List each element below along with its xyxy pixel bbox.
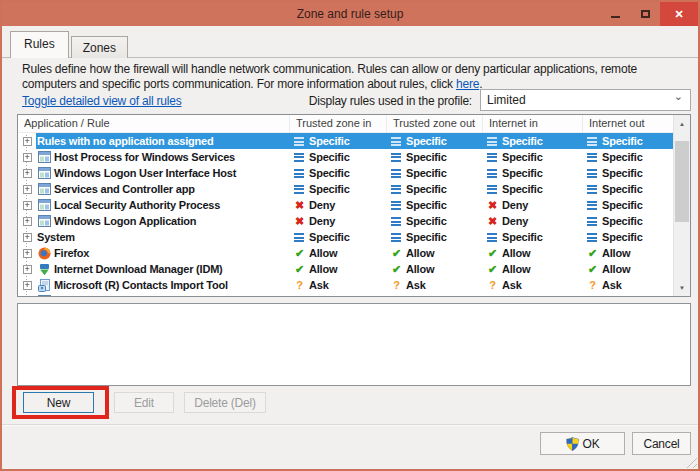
rule-cell: Specific [483, 231, 583, 243]
expand-icon[interactable]: + [18, 153, 36, 162]
table-row[interactable]: +Firefox✔Allow✔Allow✔Allow✔Allow [18, 245, 673, 261]
specific-status-icon [391, 201, 401, 210]
expand-icon[interactable]: + [18, 169, 36, 178]
rule-cell: Specific [583, 231, 673, 243]
close-button[interactable]: ✕ [660, 2, 698, 26]
scroll-down-icon[interactable]: ▼ [674, 279, 690, 296]
here-link[interactable]: here [456, 77, 479, 91]
expand-icon[interactable]: + [18, 201, 36, 210]
window-controls: ✕ [600, 2, 698, 26]
toggle-detailed-view-link[interactable]: Toggle detailed view of all rules [22, 94, 182, 108]
new-button[interactable]: New [23, 392, 94, 413]
tab-rules-label: Rules [24, 37, 55, 51]
ask-status-icon: ? [391, 296, 402, 297]
column-header-trusted-zone-out[interactable]: Trusted zone out [387, 115, 483, 132]
rule-cell: ?Ask [583, 279, 673, 291]
allow-status-icon: ✔ [294, 248, 305, 259]
expand-icon[interactable]: + [18, 217, 36, 226]
rule-cell: Specific [387, 151, 483, 163]
footer-divider [2, 424, 698, 426]
column-header-application-rule[interactable]: Application / Rule [18, 115, 290, 132]
scrollbar-thumb[interactable] [675, 141, 689, 222]
resize-grip[interactable] [684, 455, 697, 468]
specific-status-icon [487, 233, 497, 242]
specific-status-icon [391, 137, 401, 146]
rule-cell: Specific [583, 135, 673, 147]
rule-cell: ?Ask [483, 295, 583, 296]
expand-icon[interactable]: + [18, 281, 36, 290]
table-row[interactable]: +Services and Controller appSpecificSpec… [18, 181, 673, 197]
profile-label: Display rules used in the profile: [277, 94, 472, 108]
specific-status-icon [587, 201, 597, 210]
tab-zones[interactable]: Zones [71, 36, 128, 58]
rule-cell: ?Ask [483, 279, 583, 291]
maximize-button[interactable] [630, 2, 660, 26]
column-header-internet-in[interactable]: Internet in [483, 115, 583, 132]
specific-status-icon [587, 185, 597, 194]
expand-icon[interactable]: + [18, 233, 36, 242]
expand-icon[interactable]: + [18, 137, 36, 146]
rule-cell: Specific [387, 199, 483, 211]
table-header: Application / Rule Trusted zone in Trust… [18, 115, 690, 133]
application-name: Internet Download Manager (IDM) [36, 263, 290, 276]
deny-status-icon: ✖ [294, 216, 305, 227]
application-name: Windows Logon User Interface Host [36, 167, 290, 180]
allow-status-icon: ✔ [587, 248, 598, 259]
chevron-down-icon: ⌄ [674, 90, 683, 103]
profile-dropdown[interactable]: Limited ⌄ [480, 89, 691, 111]
rule-cell: ?Ask [387, 279, 483, 291]
specific-status-icon [487, 169, 497, 178]
rule-cell: Specific [290, 167, 387, 179]
app-icon [37, 183, 51, 196]
expand-icon[interactable]: + [18, 265, 36, 274]
table-row[interactable]: +?Ask?Ask?Ask?Ask [18, 293, 673, 296]
rule-cell: ?Ask [290, 279, 387, 291]
ask-status-icon: ? [391, 280, 402, 291]
table-row[interactable]: +Internet Download Manager (IDM)✔Allow✔A… [18, 261, 673, 277]
rule-cell: ✖Deny [483, 199, 583, 211]
window-title: Zone and rule setup [2, 2, 698, 26]
table-row[interactable]: +Local Security Authority Process✖DenySp… [18, 197, 673, 213]
rule-cell: Specific [483, 151, 583, 163]
ask-status-icon: ? [487, 296, 498, 297]
specific-status-icon [587, 169, 597, 178]
minimize-icon [611, 16, 620, 18]
rule-cell: ✔Allow [290, 247, 387, 259]
ask-status-icon: ? [587, 296, 598, 297]
table-row[interactable]: +Host Process for Windows ServicesSpecif… [18, 149, 673, 165]
allow-status-icon: ✔ [487, 264, 498, 275]
table-row[interactable]: +Windows Logon Application✖DenySpecific✖… [18, 213, 673, 229]
application-name: Services and Controller app [36, 183, 290, 196]
ask-status-icon: ? [587, 280, 598, 291]
vertical-scrollbar[interactable]: ▲ ▼ [673, 115, 690, 296]
ok-button[interactable]: OK [540, 432, 625, 455]
description-text: Rules define how the firewall will handl… [22, 62, 688, 92]
rule-cell: Specific [387, 135, 483, 147]
rule-cell: Specific [483, 135, 583, 147]
tabstrip: Rules Zones [10, 31, 130, 58]
expand-icon[interactable]: + [18, 185, 36, 194]
table-row[interactable]: +Rules with no application assignedSpeci… [18, 133, 673, 149]
scroll-up-icon[interactable]: ▲ [674, 115, 690, 132]
table-row[interactable]: +Microsoft (R) Contacts Import Tool?Ask?… [18, 277, 673, 293]
rule-cell: Specific [290, 151, 387, 163]
titlebar[interactable]: Zone and rule setup ✕ [2, 2, 698, 26]
rule-cell: Specific [583, 183, 673, 195]
rule-cell: Specific [583, 215, 673, 227]
tab-rules[interactable]: Rules [10, 31, 69, 58]
rules-table: Application / Rule Trusted zone in Trust… [17, 114, 691, 297]
maximize-icon [641, 10, 650, 18]
table-row[interactable]: +SystemSpecificSpecificSpecificSpecific [18, 229, 673, 245]
rule-cell: Specific [290, 231, 387, 243]
minimize-button[interactable] [600, 2, 630, 26]
application-name: Host Process for Windows Services [36, 151, 290, 164]
column-header-trusted-zone-in[interactable]: Trusted zone in [290, 115, 387, 132]
rule-cell: ✖Deny [290, 199, 387, 211]
application-name: Windows Logon Application [36, 215, 290, 228]
specific-status-icon [391, 233, 401, 242]
table-row[interactable]: +Windows Logon User Interface HostSpecif… [18, 165, 673, 181]
zone-and-rule-setup-dialog: Zone and rule setup ✕ Rules Zones Rules … [0, 0, 700, 471]
cancel-button[interactable]: Cancel [632, 432, 691, 455]
specific-status-icon [587, 233, 597, 242]
expand-icon[interactable]: + [18, 249, 36, 258]
